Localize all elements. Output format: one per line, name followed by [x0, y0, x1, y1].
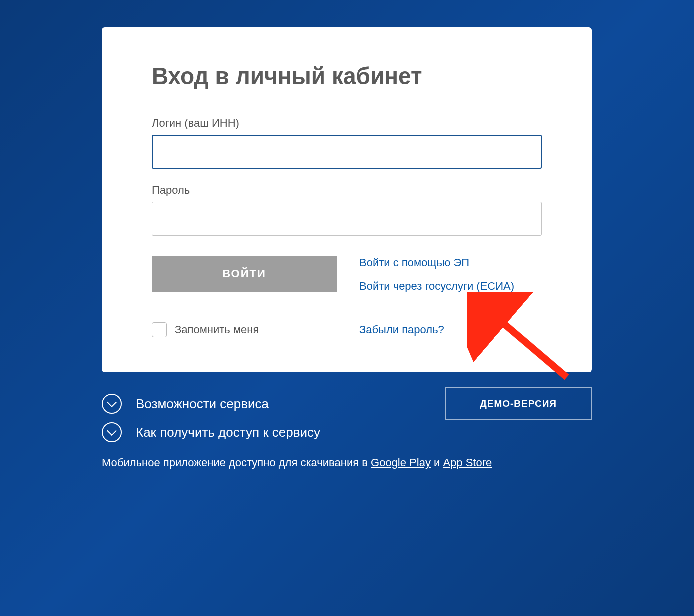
login-input[interactable]: [152, 135, 542, 169]
remember-label: Запомнить меня: [175, 324, 259, 336]
login-label: Логин (ваш ИНН): [152, 117, 542, 130]
login-ep-link[interactable]: Войти с помощью ЭП: [360, 256, 514, 270]
capabilities-toggle[interactable]: Возможности сервиса: [102, 394, 269, 414]
svg-line-1: [490, 312, 567, 378]
google-play-link[interactable]: Google Play: [371, 456, 431, 469]
login-esia-link[interactable]: Войти через госуслуги (ЕСИА): [360, 280, 514, 294]
chevron-down-icon: [102, 394, 122, 414]
password-label: Пароль: [152, 184, 542, 197]
page-title: Вход в личный кабинет: [152, 62, 542, 90]
app-store-link[interactable]: App Store: [443, 456, 492, 469]
password-input[interactable]: [152, 202, 542, 236]
capabilities-label: Возможности сервиса: [136, 396, 269, 412]
login-field-group: Логин (ваш ИНН): [152, 117, 542, 169]
chevron-down-icon: [102, 422, 122, 442]
password-field-group: Пароль: [152, 184, 542, 236]
text-caret: [163, 143, 164, 159]
howto-toggle[interactable]: Как получить доступ к сервису: [102, 422, 320, 442]
remember-checkbox[interactable]: [152, 322, 167, 338]
login-button[interactable]: ВОЙТИ: [152, 256, 337, 292]
demo-button[interactable]: ДЕМО-ВЕРСИЯ: [445, 388, 592, 420]
mobile-app-text: Мобильное приложение доступно для скачив…: [102, 456, 592, 470]
forgot-password-link[interactable]: Забыли пароль?: [360, 324, 444, 336]
arrow-icon: [467, 292, 577, 388]
login-card: Вход в личный кабинет Логин (ваш ИНН) Па…: [102, 28, 592, 372]
app-and: и: [431, 456, 444, 469]
app-prefix: Мобильное приложение доступно для скачив…: [102, 456, 371, 469]
howto-label: Как получить доступ к сервису: [136, 425, 320, 440]
